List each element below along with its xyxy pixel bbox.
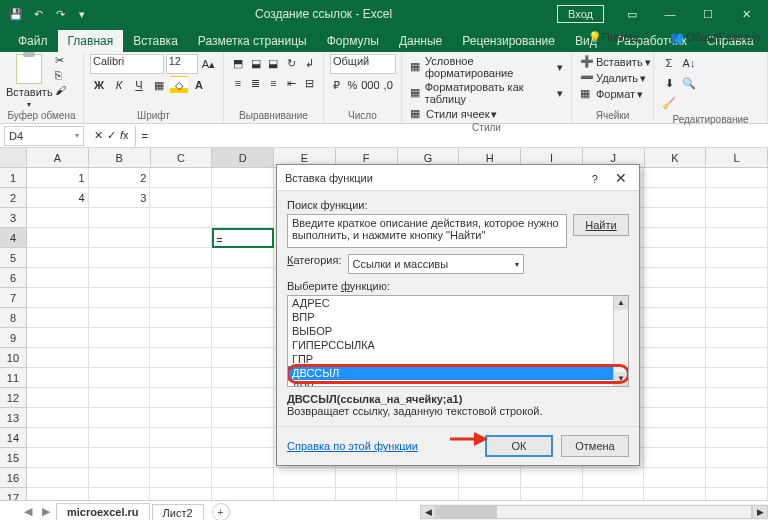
list-item-selected[interactable]: ДВССЫЛ: [288, 366, 628, 380]
cell[interactable]: [706, 328, 768, 348]
cell[interactable]: [706, 428, 768, 448]
cell[interactable]: [706, 268, 768, 288]
cell[interactable]: [89, 408, 151, 428]
name-box[interactable]: D4▾: [4, 126, 84, 146]
row-header[interactable]: 1: [0, 168, 27, 188]
cell[interactable]: [706, 168, 768, 188]
autosum-icon[interactable]: Σ: [660, 54, 678, 72]
cell[interactable]: [150, 368, 212, 388]
cell[interactable]: [27, 428, 89, 448]
cell[interactable]: [212, 188, 274, 208]
cell[interactable]: [212, 448, 274, 468]
tab-data[interactable]: Данные: [389, 30, 452, 52]
cell[interactable]: [212, 348, 274, 368]
cell[interactable]: [27, 388, 89, 408]
cell[interactable]: [150, 208, 212, 228]
cell[interactable]: [706, 388, 768, 408]
close-icon[interactable]: ✕: [728, 3, 764, 25]
cell[interactable]: [583, 468, 645, 488]
tab-insert[interactable]: Вставка: [123, 30, 188, 52]
cell[interactable]: [89, 208, 151, 228]
format-table-button[interactable]: ▦Форматировать как таблицу ▾: [408, 80, 565, 106]
formula-bar[interactable]: =: [135, 126, 768, 146]
cell[interactable]: [212, 488, 274, 500]
cell[interactable]: [212, 288, 274, 308]
border-icon[interactable]: ▦: [150, 76, 168, 94]
cell[interactable]: [212, 408, 274, 428]
cell[interactable]: [150, 348, 212, 368]
row-header[interactable]: 13: [0, 408, 27, 428]
category-select[interactable]: Ссылки и массивы▾: [348, 254, 524, 274]
login-button[interactable]: Вход: [557, 5, 604, 23]
cell[interactable]: [212, 168, 274, 188]
cell[interactable]: [27, 368, 89, 388]
cell[interactable]: [521, 468, 583, 488]
cell[interactable]: [521, 488, 583, 500]
cell[interactable]: [644, 348, 706, 368]
cell[interactable]: 1: [27, 168, 89, 188]
cell[interactable]: [706, 348, 768, 368]
cell[interactable]: [706, 408, 768, 428]
row-header[interactable]: 11: [0, 368, 27, 388]
row-header[interactable]: 3: [0, 208, 27, 228]
col-header[interactable]: K: [645, 148, 707, 167]
cell[interactable]: [27, 288, 89, 308]
currency-icon[interactable]: ₽: [330, 76, 344, 94]
conditional-format-button[interactable]: ▦Условное форматирование ▾: [408, 54, 565, 80]
row-header[interactable]: 17: [0, 488, 27, 500]
cell[interactable]: [212, 368, 274, 388]
minimize-icon[interactable]: —: [652, 3, 688, 25]
cell[interactable]: [644, 308, 706, 328]
fx-icon[interactable]: fx: [120, 129, 129, 142]
cell[interactable]: [706, 188, 768, 208]
sheet-nav-prev-icon[interactable]: ◀: [20, 505, 36, 518]
cell[interactable]: [644, 188, 706, 208]
cell[interactable]: [150, 288, 212, 308]
tab-formulas[interactable]: Формулы: [317, 30, 389, 52]
cell[interactable]: [89, 288, 151, 308]
cell[interactable]: [644, 168, 706, 188]
row-header[interactable]: 14: [0, 428, 27, 448]
inc-decimal-icon[interactable]: ,0: [381, 76, 395, 94]
cell[interactable]: [644, 328, 706, 348]
list-item[interactable]: ГИПЕРССЫЛКА: [288, 338, 628, 352]
horizontal-scrollbar[interactable]: ◀▶: [420, 504, 768, 520]
cell[interactable]: [212, 428, 274, 448]
ok-button[interactable]: ОК: [485, 435, 553, 457]
percent-icon[interactable]: %: [346, 76, 360, 94]
cell[interactable]: [27, 228, 89, 248]
list-item[interactable]: ГПР: [288, 352, 628, 366]
orientation-icon[interactable]: ↻: [283, 54, 299, 72]
clear-icon[interactable]: 🧹: [660, 94, 678, 112]
dialog-help-icon[interactable]: ?: [582, 173, 608, 185]
ribbon-options-icon[interactable]: ▭: [614, 3, 650, 25]
merge-icon[interactable]: ⊟: [301, 74, 317, 92]
function-search-input[interactable]: Введите краткое описание действия, котор…: [287, 214, 567, 248]
cell[interactable]: [89, 248, 151, 268]
cell[interactable]: [27, 408, 89, 428]
col-header[interactable]: A: [27, 148, 89, 167]
cell[interactable]: [212, 468, 274, 488]
row-header[interactable]: 5: [0, 248, 27, 268]
cell[interactable]: [644, 288, 706, 308]
underline-icon[interactable]: Ч: [130, 76, 148, 94]
cell[interactable]: [397, 468, 459, 488]
sheet-tab[interactable]: microexcel.ru: [56, 503, 150, 520]
cell[interactable]: 3: [89, 188, 151, 208]
row-header[interactable]: 8: [0, 308, 27, 328]
cell[interactable]: [27, 208, 89, 228]
cell[interactable]: [397, 488, 459, 500]
cell[interactable]: [644, 448, 706, 468]
col-header[interactable]: C: [151, 148, 213, 167]
cell[interactable]: [706, 308, 768, 328]
cell[interactable]: [644, 428, 706, 448]
col-header[interactable]: B: [89, 148, 151, 167]
cell[interactable]: =: [212, 228, 274, 248]
number-format-combo[interactable]: Общий: [330, 54, 396, 74]
fill-icon[interactable]: ⬇: [660, 74, 678, 92]
comma-icon[interactable]: 000: [361, 76, 379, 94]
row-header[interactable]: 4: [0, 228, 27, 248]
tab-review[interactable]: Рецензирование: [452, 30, 565, 52]
sheet-nav-next-icon[interactable]: ▶: [38, 505, 54, 518]
share-button[interactable]: 👥Общий доступ: [670, 30, 760, 44]
